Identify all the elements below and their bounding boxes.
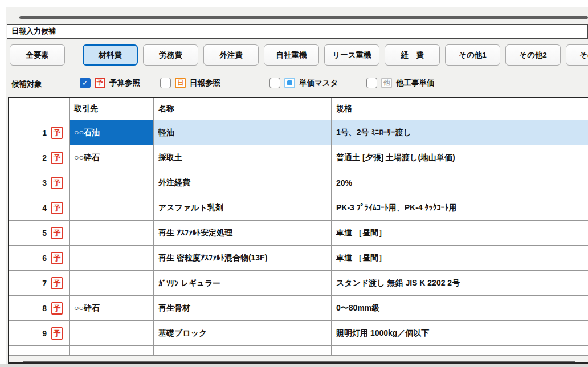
row-number-cell[interactable]: 6 予 xyxy=(9,246,70,270)
other-project-price-icon: 他 xyxy=(381,78,392,88)
name-cell[interactable]: 外注経費 xyxy=(154,170,332,195)
budget-badge-icon: 予 xyxy=(51,177,63,189)
spec-cell[interactable]: 20% xyxy=(332,170,588,195)
table-row: 3 予 外注経費 20% xyxy=(9,170,588,195)
table-horizontal-scrollbar-thumb[interactable] xyxy=(23,361,575,364)
budget-ref-icon: 予 xyxy=(95,78,105,88)
row-number-cell[interactable]: 8 予 xyxy=(9,296,70,320)
spec-cell[interactable]: 照明灯用 1000kg／個以下 xyxy=(332,321,588,345)
unit-price-master-icon xyxy=(284,78,295,88)
name-cell[interactable]: 基礎ブロック xyxy=(154,321,332,345)
section-titlebar: 日報入力候補 xyxy=(7,24,588,39)
row-number-cell[interactable] xyxy=(9,346,70,355)
name-cell[interactable]: アスファルト乳剤 xyxy=(154,195,332,220)
tab-label: リース重機 xyxy=(332,50,371,60)
tab-labor-cost[interactable]: 労務費 xyxy=(143,44,198,66)
supplier-cell[interactable] xyxy=(70,170,154,195)
tab-label: 自社重機 xyxy=(276,50,307,60)
name-cell[interactable]: 再生骨材 xyxy=(154,296,332,320)
table-header-row: 取引先 名称 規格 xyxy=(9,98,588,120)
budget-badge-icon: 予 xyxy=(51,202,63,214)
supplier-cell[interactable] xyxy=(70,271,154,295)
filter-other-project-price: 他 他工事単価 xyxy=(366,78,435,88)
row-number-cell[interactable]: 5 予 xyxy=(9,221,70,245)
row-number: 1 xyxy=(42,128,47,137)
row-number: 9 xyxy=(42,329,47,338)
page-title: 日報入力候補 xyxy=(11,26,56,36)
spec-cell[interactable]: 車道 ［昼間］ xyxy=(332,221,588,245)
filter-row-label: 候補対象 xyxy=(11,79,42,89)
tab-all-elements[interactable]: 全要素 xyxy=(10,44,65,66)
filter-daily-report-ref: 日 日報参照 xyxy=(160,78,220,88)
budget-badge-icon: 予 xyxy=(51,152,63,164)
spec-cell[interactable]: PK-3 ﾌﾟﾗｲﾑｺｰﾄ用、PK-4 ﾀｯｸｺｰﾄ用 xyxy=(332,195,588,220)
other-project-price-checkbox[interactable] xyxy=(366,78,377,88)
budget-ref-checkbox[interactable] xyxy=(80,78,91,88)
header-spec: 規格 xyxy=(332,98,588,120)
name-cell[interactable]: 軽油 xyxy=(154,120,332,145)
budget-badge-icon: 予 xyxy=(51,327,63,340)
row-number-cell[interactable]: 3 予 xyxy=(9,170,70,195)
tab-label: 外注費 xyxy=(219,50,243,60)
name-cell[interactable] xyxy=(154,346,332,355)
supplier-cell[interactable] xyxy=(70,321,154,345)
table-row: 1 予 ○○石油 軽油 1号、2号 ﾐﾆﾛｰﾘｰ渡し xyxy=(9,120,588,145)
budget-badge-icon: 予 xyxy=(51,252,63,264)
candidate-table: 取引先 名称 規格 1 予 ○○石油 軽油 1号、2号 ﾐﾆﾛｰﾘｰ渡し 2 予… xyxy=(8,97,588,364)
unit-price-master-checkbox[interactable] xyxy=(270,78,280,88)
tab-label: その他2 xyxy=(519,50,547,60)
supplier-cell[interactable]: ○○砕石 xyxy=(70,296,154,320)
header-name: 名称 xyxy=(154,98,332,120)
daily-report-ref-checkbox[interactable] xyxy=(160,78,171,88)
tab-label: その他3 xyxy=(579,50,588,60)
supplier-cell[interactable] xyxy=(70,195,154,220)
name-cell[interactable]: 採取土 xyxy=(154,145,332,170)
tab-label: 労務費 xyxy=(159,50,182,60)
name-cell[interactable]: ｶﾞｿﾘﾝ レギュラー xyxy=(154,271,332,295)
top-horizontal-scrollbar[interactable] xyxy=(19,16,588,19)
row-number-cell[interactable]: 1 予 xyxy=(9,120,70,145)
supplier-cell[interactable]: ○○砕石 xyxy=(70,145,154,170)
tab-label: その他1 xyxy=(459,50,487,60)
table-row: 9 予 基礎ブロック 照明灯用 1000kg／個以下 xyxy=(9,321,588,346)
supplier-cell[interactable] xyxy=(70,246,154,270)
filter-label: 日報参照 xyxy=(190,78,220,88)
filter-label: 予算参照 xyxy=(109,78,140,88)
tab-other-3[interactable]: その他3 xyxy=(566,44,588,66)
row-number: 7 xyxy=(42,279,47,288)
tab-label: 材料費 xyxy=(99,50,122,60)
row-number: 6 xyxy=(42,254,47,263)
row-number: 5 xyxy=(42,229,47,238)
spec-cell[interactable]: 1号、2号 ﾐﾆﾛｰﾘｰ渡し xyxy=(332,120,588,145)
row-number-cell[interactable]: 9 予 xyxy=(9,321,70,345)
app-window: 日報入力候補 全要素 材料費 労務費 外注費 自社重機 リース重機 経 費 その… xyxy=(0,0,588,367)
spec-cell[interactable] xyxy=(332,346,588,355)
supplier-cell[interactable] xyxy=(70,221,154,245)
budget-badge-icon: 予 xyxy=(51,277,63,289)
row-number: 2 xyxy=(42,153,47,162)
table-horizontal-scrollbar-track[interactable] xyxy=(9,356,588,362)
spec-cell[interactable]: 普通土 [夕張] 土場渡し(地山単価) xyxy=(332,145,588,170)
tab-other-1[interactable]: その他1 xyxy=(445,44,500,66)
row-number: 8 xyxy=(42,304,47,313)
spec-cell[interactable]: 0〜80mm級 xyxy=(332,296,588,320)
row-number-cell[interactable]: 2 予 xyxy=(9,145,70,170)
tab-other-2[interactable]: その他2 xyxy=(505,44,561,66)
table-row: 5 予 再生 ｱｽﾌｧﾙﾄ安定処理 車道 ［昼間］ xyxy=(9,221,588,246)
name-cell[interactable]: 再生 ｱｽﾌｧﾙﾄ安定処理 xyxy=(154,221,332,245)
row-number-cell[interactable]: 4 予 xyxy=(9,195,70,220)
supplier-cell[interactable] xyxy=(70,346,154,355)
row-number-cell[interactable]: 7 予 xyxy=(9,271,70,295)
tab-own-machinery[interactable]: 自社重機 xyxy=(264,44,319,66)
name-cell[interactable]: 再生 密粒度ｱｽﾌｧﾙﾄ混合物(13F) xyxy=(154,246,332,270)
filter-label: 他工事単価 xyxy=(396,78,435,88)
table-row: 8 予 ○○砕石 再生骨材 0〜80mm級 xyxy=(9,296,588,321)
spec-cell[interactable]: 車道 ［昼間］ xyxy=(332,246,588,270)
spec-cell[interactable]: スタンド渡し 無鉛 JIS K 2202 2号 xyxy=(332,271,588,295)
tab-outsourcing-cost[interactable]: 外注費 xyxy=(203,44,259,66)
tab-material-cost[interactable]: 材料費 xyxy=(83,44,138,66)
budget-badge-icon: 予 xyxy=(51,127,63,139)
supplier-cell-active[interactable]: ○○石油 xyxy=(70,120,154,145)
tab-expenses[interactable]: 経 費 xyxy=(385,44,440,66)
tab-leased-machinery[interactable]: リース重機 xyxy=(324,44,379,66)
